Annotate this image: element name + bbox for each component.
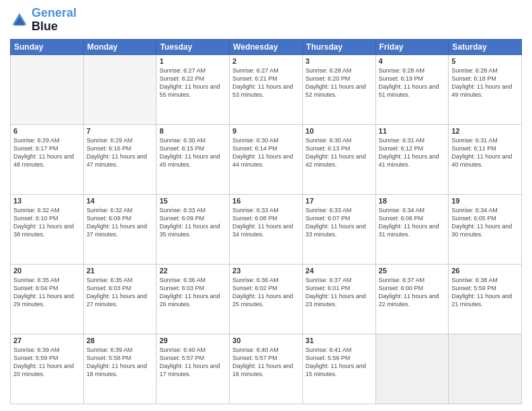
calendar-cell [11, 54, 84, 124]
calendar-cell: 15Sunrise: 6:33 AMSunset: 6:09 PMDayligh… [157, 194, 230, 264]
calendar-cell: 21Sunrise: 6:35 AMSunset: 6:03 PMDayligh… [83, 264, 157, 334]
calendar-cell: 22Sunrise: 6:36 AMSunset: 6:03 PMDayligh… [157, 264, 230, 334]
logo-icon [10, 11, 29, 30]
calendar-cell [83, 54, 157, 124]
day-number: 2 [232, 57, 300, 65]
day-info: Sunrise: 6:32 AMSunset: 6:09 PMDaylight:… [87, 206, 154, 239]
weekday-header-wednesday: Wednesday [230, 39, 303, 54]
day-number: 9 [232, 127, 300, 135]
day-number: 21 [87, 267, 154, 275]
day-number: 25 [379, 267, 446, 275]
calendar-cell: 28Sunrise: 6:39 AMSunset: 5:58 PMDayligh… [83, 334, 157, 404]
day-info: Sunrise: 6:39 AMSunset: 5:59 PMDaylight:… [13, 346, 81, 379]
day-number: 1 [159, 57, 226, 65]
calendar-cell: 4Sunrise: 6:28 AMSunset: 6:19 PMDaylight… [375, 54, 449, 124]
day-info: Sunrise: 6:36 AMSunset: 6:02 PMDaylight:… [232, 276, 300, 309]
calendar-cell: 12Sunrise: 6:31 AMSunset: 6:11 PMDayligh… [449, 124, 522, 194]
day-number: 23 [232, 267, 300, 275]
day-info: Sunrise: 6:40 AMSunset: 5:57 PMDaylight:… [232, 346, 300, 379]
day-info: Sunrise: 6:40 AMSunset: 5:57 PMDaylight:… [159, 346, 226, 379]
calendar-cell: 20Sunrise: 6:35 AMSunset: 6:04 PMDayligh… [11, 264, 84, 334]
calendar-cell: 10Sunrise: 6:30 AMSunset: 6:13 PMDayligh… [302, 124, 375, 194]
calendar-cell: 9Sunrise: 6:30 AMSunset: 6:14 PMDaylight… [230, 124, 303, 194]
calendar-cell [449, 334, 522, 404]
day-number: 13 [13, 197, 81, 205]
day-info: Sunrise: 6:27 AMSunset: 6:21 PMDaylight:… [232, 66, 300, 99]
day-info: Sunrise: 6:35 AMSunset: 6:04 PMDaylight:… [13, 276, 81, 309]
day-number: 30 [232, 336, 300, 345]
day-info: Sunrise: 6:39 AMSunset: 5:58 PMDaylight:… [87, 346, 154, 379]
day-number: 27 [13, 336, 81, 345]
weekday-header-saturday: Saturday [449, 39, 522, 54]
calendar-cell: 2Sunrise: 6:27 AMSunset: 6:21 PMDaylight… [230, 54, 303, 124]
day-info: Sunrise: 6:30 AMSunset: 6:15 PMDaylight:… [159, 136, 226, 169]
day-number: 10 [306, 127, 373, 135]
day-info: Sunrise: 6:31 AMSunset: 6:11 PMDaylight:… [451, 136, 519, 169]
weekday-header-monday: Monday [83, 39, 157, 54]
day-info: Sunrise: 6:27 AMSunset: 6:22 PMDaylight:… [159, 66, 226, 99]
calendar-cell: 1Sunrise: 6:27 AMSunset: 6:22 PMDaylight… [157, 54, 230, 124]
page-header: General Blue [10, 7, 522, 34]
calendar-week-3: 13Sunrise: 6:32 AMSunset: 6:10 PMDayligh… [11, 194, 522, 264]
calendar-cell: 6Sunrise: 6:29 AMSunset: 6:17 PMDaylight… [11, 124, 84, 194]
day-number: 20 [13, 267, 81, 275]
day-number: 28 [87, 336, 154, 345]
day-info: Sunrise: 6:30 AMSunset: 6:13 PMDaylight:… [306, 136, 373, 169]
calendar-cell: 17Sunrise: 6:33 AMSunset: 6:07 PMDayligh… [302, 194, 375, 264]
weekday-header-sunday: Sunday [11, 39, 84, 54]
day-info: Sunrise: 6:33 AMSunset: 6:08 PMDaylight:… [232, 206, 300, 239]
calendar-cell: 27Sunrise: 6:39 AMSunset: 5:59 PMDayligh… [11, 334, 84, 404]
day-info: Sunrise: 6:38 AMSunset: 5:59 PMDaylight:… [451, 276, 519, 309]
day-info: Sunrise: 6:37 AMSunset: 6:01 PMDaylight:… [306, 276, 373, 309]
calendar-cell: 3Sunrise: 6:28 AMSunset: 6:20 PMDaylight… [302, 54, 375, 124]
day-number: 14 [87, 197, 154, 205]
day-info: Sunrise: 6:28 AMSunset: 6:20 PMDaylight:… [306, 66, 373, 99]
weekday-header-friday: Friday [375, 39, 449, 54]
calendar-cell [375, 334, 449, 404]
day-info: Sunrise: 6:37 AMSunset: 6:00 PMDaylight:… [379, 276, 446, 309]
calendar-week-5: 27Sunrise: 6:39 AMSunset: 5:59 PMDayligh… [11, 334, 522, 404]
day-info: Sunrise: 6:31 AMSunset: 6:12 PMDaylight:… [379, 136, 446, 169]
day-info: Sunrise: 6:28 AMSunset: 6:18 PMDaylight:… [451, 66, 519, 99]
day-number: 24 [306, 267, 373, 275]
day-info: Sunrise: 6:35 AMSunset: 6:03 PMDaylight:… [87, 276, 154, 309]
calendar-cell: 11Sunrise: 6:31 AMSunset: 6:12 PMDayligh… [375, 124, 449, 194]
day-info: Sunrise: 6:28 AMSunset: 6:19 PMDaylight:… [379, 66, 446, 99]
day-info: Sunrise: 6:36 AMSunset: 6:03 PMDaylight:… [159, 276, 226, 309]
day-number: 5 [451, 57, 519, 65]
day-number: 22 [159, 267, 226, 275]
weekday-header-thursday: Thursday [302, 39, 375, 54]
day-number: 17 [306, 197, 373, 205]
calendar-cell: 16Sunrise: 6:33 AMSunset: 6:08 PMDayligh… [230, 194, 303, 264]
day-number: 18 [379, 197, 446, 205]
day-info: Sunrise: 6:30 AMSunset: 6:14 PMDaylight:… [232, 136, 300, 169]
day-number: 4 [379, 57, 446, 65]
calendar-table: SundayMondayTuesdayWednesdayThursdayFrid… [10, 39, 522, 404]
day-info: Sunrise: 6:32 AMSunset: 6:10 PMDaylight:… [13, 206, 81, 239]
calendar-cell: 23Sunrise: 6:36 AMSunset: 6:02 PMDayligh… [230, 264, 303, 334]
calendar-week-1: 1Sunrise: 6:27 AMSunset: 6:22 PMDaylight… [11, 54, 522, 124]
calendar-cell: 30Sunrise: 6:40 AMSunset: 5:57 PMDayligh… [230, 334, 303, 404]
day-number: 15 [159, 197, 226, 205]
calendar-cell: 24Sunrise: 6:37 AMSunset: 6:01 PMDayligh… [302, 264, 375, 334]
day-number: 7 [87, 127, 154, 135]
calendar-week-4: 20Sunrise: 6:35 AMSunset: 6:04 PMDayligh… [11, 264, 522, 334]
day-number: 12 [451, 127, 519, 135]
calendar-cell: 13Sunrise: 6:32 AMSunset: 6:10 PMDayligh… [11, 194, 84, 264]
calendar-cell: 7Sunrise: 6:29 AMSunset: 6:16 PMDaylight… [83, 124, 157, 194]
calendar-header-row: SundayMondayTuesdayWednesdayThursdayFrid… [11, 39, 522, 54]
day-number: 3 [306, 57, 373, 65]
day-number: 31 [306, 336, 373, 345]
calendar-cell: 26Sunrise: 6:38 AMSunset: 5:59 PMDayligh… [449, 264, 522, 334]
day-info: Sunrise: 6:34 AMSunset: 6:06 PMDaylight:… [379, 206, 446, 239]
day-number: 6 [13, 127, 81, 135]
calendar-week-2: 6Sunrise: 6:29 AMSunset: 6:17 PMDaylight… [11, 124, 522, 194]
day-number: 16 [232, 197, 300, 205]
day-number: 11 [379, 127, 446, 135]
calendar-cell: 5Sunrise: 6:28 AMSunset: 6:18 PMDaylight… [449, 54, 522, 124]
day-number: 8 [159, 127, 226, 135]
calendar-cell: 8Sunrise: 6:30 AMSunset: 6:15 PMDaylight… [157, 124, 230, 194]
calendar-cell: 18Sunrise: 6:34 AMSunset: 6:06 PMDayligh… [375, 194, 449, 264]
day-info: Sunrise: 6:29 AMSunset: 6:16 PMDaylight:… [87, 136, 154, 169]
logo-text: General Blue [32, 7, 77, 34]
